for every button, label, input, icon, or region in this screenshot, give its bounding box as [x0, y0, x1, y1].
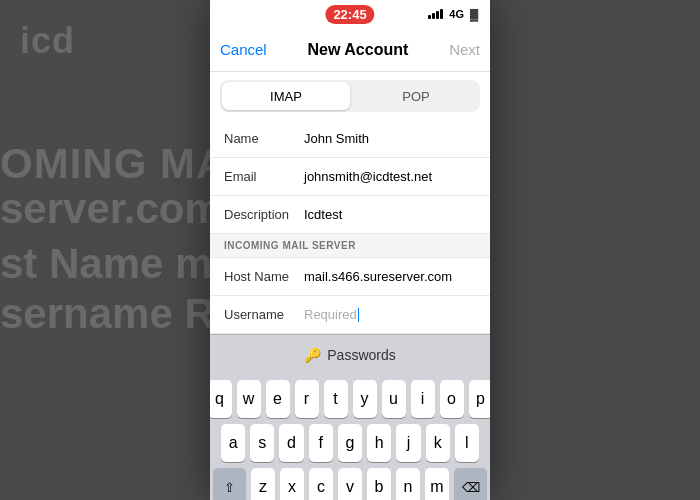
incoming-server-section: Host Name mail.s466.sureserver.com Usern…	[210, 258, 490, 334]
description-row: Description Icdtest	[210, 196, 490, 234]
key-a[interactable]: a	[221, 424, 245, 462]
segment-control: IMAP POP	[220, 80, 480, 112]
email-value[interactable]: johnsmith@icdtest.net	[304, 169, 476, 184]
keyboard-row-1: q w e r t y u i o p	[213, 380, 487, 418]
keyboard: q w e r t y u i o p a s d f g h j k l ⇧ …	[210, 374, 490, 500]
key-q[interactable]: q	[210, 380, 232, 418]
key-z[interactable]: z	[251, 468, 275, 500]
shift-key[interactable]: ⇧	[213, 468, 246, 500]
key-e[interactable]: e	[266, 380, 290, 418]
keyboard-row-3: ⇧ z x c v b n m ⌫	[213, 468, 487, 500]
hostname-value[interactable]: mail.s466.sureserver.com	[304, 269, 476, 284]
key-b[interactable]: b	[367, 468, 391, 500]
nav-title: New Account	[308, 41, 409, 59]
key-l[interactable]: l	[455, 424, 479, 462]
status-time: 22:45	[325, 5, 374, 24]
form-section: Name John Smith Email johnsmith@icdtest.…	[210, 120, 490, 234]
key-icon: 🔑	[304, 347, 321, 363]
key-d[interactable]: d	[279, 424, 303, 462]
username-row: Username Required	[210, 296, 490, 334]
key-h[interactable]: h	[367, 424, 391, 462]
suggestion-bar[interactable]: 🔑 Passwords	[210, 334, 490, 374]
key-j[interactable]: j	[396, 424, 420, 462]
email-row: Email johnsmith@icdtest.net	[210, 158, 490, 196]
key-f[interactable]: f	[309, 424, 333, 462]
network-label: 4G	[449, 8, 464, 20]
signal-icon	[428, 9, 443, 19]
imap-tab[interactable]: IMAP	[222, 82, 350, 110]
name-label: Name	[224, 131, 304, 146]
key-y[interactable]: y	[353, 380, 377, 418]
phone-container: 22:45 4G ▓ Cancel New Account Next IMAP …	[210, 0, 490, 500]
key-k[interactable]: k	[426, 424, 450, 462]
email-label: Email	[224, 169, 304, 184]
key-u[interactable]: u	[382, 380, 406, 418]
name-row: Name John Smith	[210, 120, 490, 158]
key-w[interactable]: w	[237, 380, 261, 418]
battery-icon: ▓	[470, 8, 478, 20]
key-m[interactable]: m	[425, 468, 449, 500]
pop-tab[interactable]: POP	[352, 80, 480, 112]
key-r[interactable]: r	[295, 380, 319, 418]
cancel-button[interactable]: Cancel	[220, 41, 267, 58]
key-o[interactable]: o	[440, 380, 464, 418]
key-t[interactable]: t	[324, 380, 348, 418]
incoming-mail-header: INCOMING MAIL SERVER	[210, 234, 490, 258]
key-x[interactable]: x	[280, 468, 304, 500]
bg-text-1: icd	[20, 20, 75, 62]
next-button[interactable]: Next	[449, 41, 480, 58]
key-g[interactable]: g	[338, 424, 362, 462]
hostname-row: Host Name mail.s466.sureserver.com	[210, 258, 490, 296]
text-cursor	[358, 308, 360, 322]
name-value[interactable]: John Smith	[304, 131, 476, 146]
username-label: Username	[224, 307, 304, 322]
status-bar: 22:45 4G ▓	[210, 0, 490, 28]
key-i[interactable]: i	[411, 380, 435, 418]
key-p[interactable]: p	[469, 380, 491, 418]
keyboard-row-2: a s d f g h j k l	[213, 424, 487, 462]
key-s[interactable]: s	[250, 424, 274, 462]
description-label: Description	[224, 207, 304, 222]
bg-text-5: sername Re	[0, 290, 238, 338]
nav-bar: Cancel New Account Next	[210, 28, 490, 72]
passwords-suggestion[interactable]: Passwords	[327, 347, 395, 363]
description-value[interactable]: Icdtest	[304, 207, 476, 222]
bg-text-3: server.com	[0, 185, 222, 233]
backspace-key[interactable]: ⌫	[454, 468, 487, 500]
key-v[interactable]: v	[338, 468, 362, 500]
key-c[interactable]: c	[309, 468, 333, 500]
username-input[interactable]: Required	[304, 307, 476, 323]
key-n[interactable]: n	[396, 468, 420, 500]
bg-text-4: st Name ma	[0, 240, 236, 288]
status-right: 4G ▓	[428, 8, 478, 20]
hostname-label: Host Name	[224, 269, 304, 284]
